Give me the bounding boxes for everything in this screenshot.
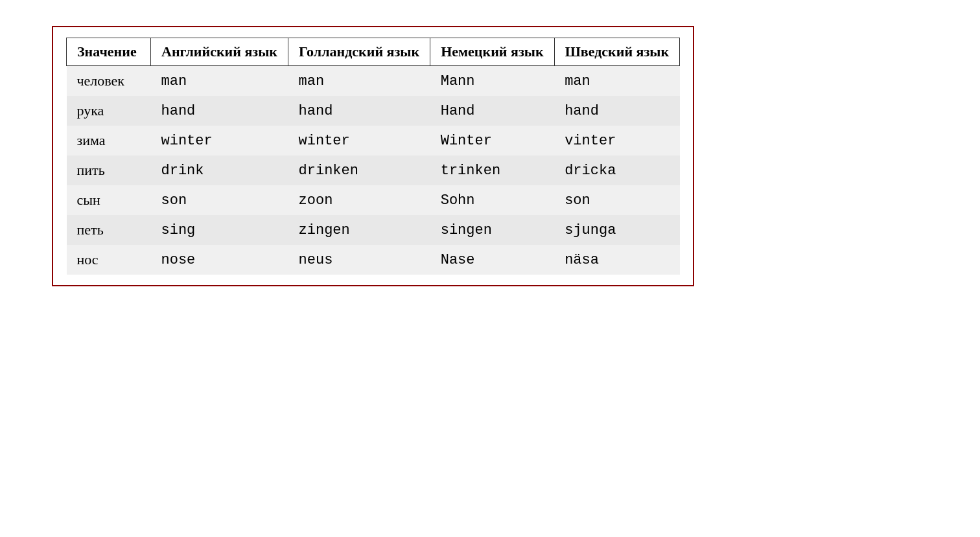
- cell-english: sing: [151, 215, 288, 245]
- table-row: рукаhandhandHandhand: [67, 96, 680, 126]
- cell-english: hand: [151, 96, 288, 126]
- header-swedish: Шведский язык: [554, 38, 680, 66]
- cell-german: Mann: [430, 66, 554, 97]
- table-row: питьdrinkdrinkentrinkendricka: [67, 155, 680, 185]
- cell-english: drink: [151, 155, 288, 185]
- header-row: Значение Английский язык Голландский язы…: [67, 38, 680, 66]
- cell-english: man: [151, 66, 288, 97]
- cell-meaning: пить: [67, 155, 151, 185]
- cell-meaning: сын: [67, 185, 151, 215]
- cell-swedish: hand: [554, 96, 680, 126]
- cell-swedish: sjunga: [554, 215, 680, 245]
- cell-german: Hand: [430, 96, 554, 126]
- cell-english: winter: [151, 126, 288, 155]
- cell-english: nose: [151, 245, 288, 275]
- cell-meaning: зима: [67, 126, 151, 155]
- cell-meaning: петь: [67, 215, 151, 245]
- cell-dutch: neus: [288, 245, 430, 275]
- cell-dutch: zingen: [288, 215, 430, 245]
- table-row: петьsingzingensingensjunga: [67, 215, 680, 245]
- cell-dutch: hand: [288, 96, 430, 126]
- cell-german: Sohn: [430, 185, 554, 215]
- vocabulary-table: Значение Английский язык Голландский язы…: [66, 38, 680, 275]
- cell-german: trinken: [430, 155, 554, 185]
- cell-german: Winter: [430, 126, 554, 155]
- cell-english: son: [151, 185, 288, 215]
- header-german: Немецкий язык: [430, 38, 554, 66]
- table-row: человекmanmanMannman: [67, 66, 680, 97]
- header-meaning: Значение: [67, 38, 151, 66]
- cell-swedish: näsa: [554, 245, 680, 275]
- main-table-container: Значение Английский язык Голландский язы…: [52, 26, 694, 286]
- table-header: Значение Английский язык Голландский язы…: [67, 38, 680, 66]
- table-row: зимаwinterwinterWintervinter: [67, 126, 680, 155]
- cell-meaning: человек: [67, 66, 151, 97]
- header-english: Английский язык: [151, 38, 288, 66]
- cell-german: Nase: [430, 245, 554, 275]
- table-body: человекmanmanMannmanрукаhandhandHandhand…: [67, 66, 680, 275]
- cell-meaning: нос: [67, 245, 151, 275]
- cell-dutch: zoon: [288, 185, 430, 215]
- table-row: носnoseneusNasenäsa: [67, 245, 680, 275]
- cell-swedish: man: [554, 66, 680, 97]
- cell-dutch: drinken: [288, 155, 430, 185]
- cell-swedish: son: [554, 185, 680, 215]
- cell-swedish: dricka: [554, 155, 680, 185]
- cell-swedish: vinter: [554, 126, 680, 155]
- cell-german: singen: [430, 215, 554, 245]
- cell-dutch: man: [288, 66, 430, 97]
- table-row: сынsonzoonSohnson: [67, 185, 680, 215]
- cell-meaning: рука: [67, 96, 151, 126]
- cell-dutch: winter: [288, 126, 430, 155]
- header-dutch: Голландский язык: [288, 38, 430, 66]
